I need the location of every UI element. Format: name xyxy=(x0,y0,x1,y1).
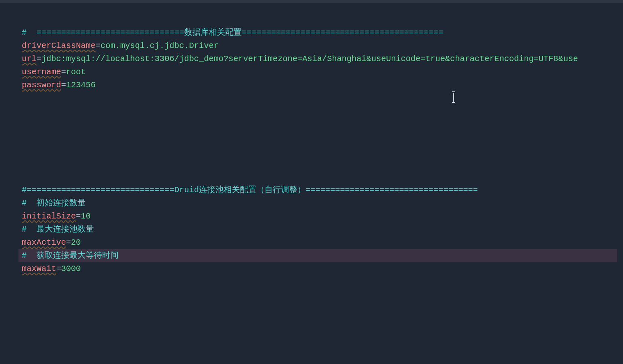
comment-text: #==============================Druid连接池相… xyxy=(22,185,478,195)
equals-sign: = xyxy=(61,67,66,77)
comment-text: # 最大连接池数量 xyxy=(22,225,94,234)
code-line[interactable]: # 获取连接最大等待时间 xyxy=(18,249,623,262)
property-key: password xyxy=(22,80,61,90)
title-bar xyxy=(0,0,623,3)
code-line[interactable]: #==============================Druid连接池相… xyxy=(18,184,623,197)
code-line[interactable] xyxy=(18,157,623,171)
code-line[interactable]: # 最大连接池数量 xyxy=(18,223,623,236)
equals-sign: = xyxy=(76,212,81,221)
code-line[interactable]: username=root xyxy=(18,66,623,79)
equals-sign: = xyxy=(96,41,100,50)
gutter[interactable] xyxy=(0,3,18,364)
code-line[interactable]: url=jdbc:mysql://localhost:3306/jdbc_dem… xyxy=(18,52,623,66)
property-value: com.mysql.cj.jdbc.Driver xyxy=(100,41,219,50)
code-line[interactable]: initialSize=10 xyxy=(18,210,623,223)
scrollbar-vertical[interactable] xyxy=(617,3,623,364)
comment-text: # 初始连接数量 xyxy=(22,198,86,208)
code-line[interactable] xyxy=(18,171,623,184)
code-line[interactable] xyxy=(18,118,623,131)
text-cursor-icon xyxy=(453,93,454,102)
property-value: 123456 xyxy=(66,80,96,90)
property-value: root xyxy=(66,67,86,77)
property-value: 10 xyxy=(81,212,91,221)
property-key: username xyxy=(22,67,61,77)
property-key: initialSize xyxy=(22,212,76,221)
code-line[interactable]: password=123456 xyxy=(18,79,623,92)
property-value: 3000 xyxy=(61,264,81,273)
code-line[interactable] xyxy=(18,105,623,118)
code-line[interactable]: maxWait=3000 xyxy=(18,262,623,275)
property-value: 20 xyxy=(71,238,81,247)
code-line[interactable]: # ==============================数据库相关配置=… xyxy=(18,26,623,39)
property-key: driverClassName xyxy=(22,41,96,50)
comment-text: # ==============================数据库相关配置=… xyxy=(22,28,443,37)
code-line[interactable] xyxy=(18,131,623,144)
code-line[interactable] xyxy=(18,144,623,157)
equals-sign: = xyxy=(61,80,66,90)
code-line[interactable]: # 初始连接数量 xyxy=(18,197,623,210)
code-line[interactable] xyxy=(18,92,623,105)
code-line[interactable]: driverClassName=com.mysql.cj.jdbc.Driver xyxy=(18,39,623,52)
property-key: maxWait xyxy=(22,264,56,273)
equals-sign: = xyxy=(66,238,71,247)
equals-sign: = xyxy=(37,54,41,64)
property-key: url xyxy=(22,54,37,64)
equals-sign: = xyxy=(56,264,61,273)
code-line[interactable]: maxActive=20 xyxy=(18,236,623,249)
code-area[interactable]: # ==============================数据库相关配置=… xyxy=(18,3,623,364)
property-key: maxActive xyxy=(22,238,66,247)
editor-container: # ==============================数据库相关配置=… xyxy=(0,3,623,364)
property-value: jdbc:mysql://localhost:3306/jdbc_demo?se… xyxy=(41,54,578,64)
comment-text: # 获取连接最大等待时间 xyxy=(22,251,119,260)
